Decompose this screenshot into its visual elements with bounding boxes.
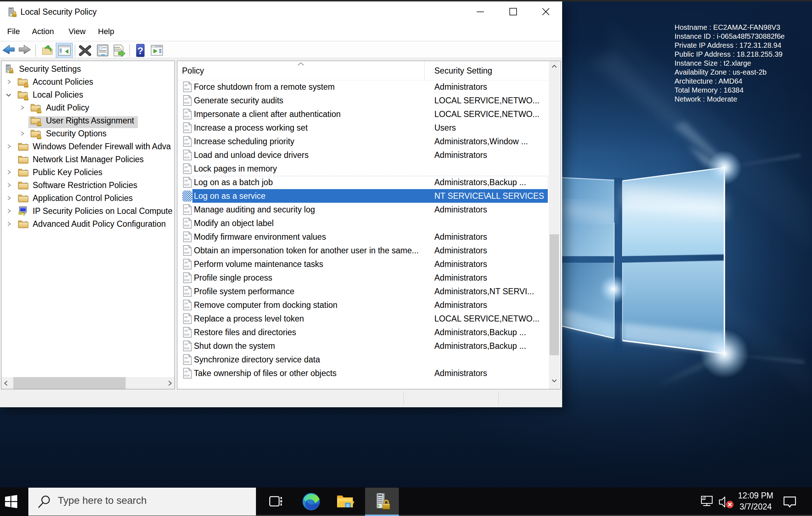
svg-text:?: ? (137, 46, 144, 56)
